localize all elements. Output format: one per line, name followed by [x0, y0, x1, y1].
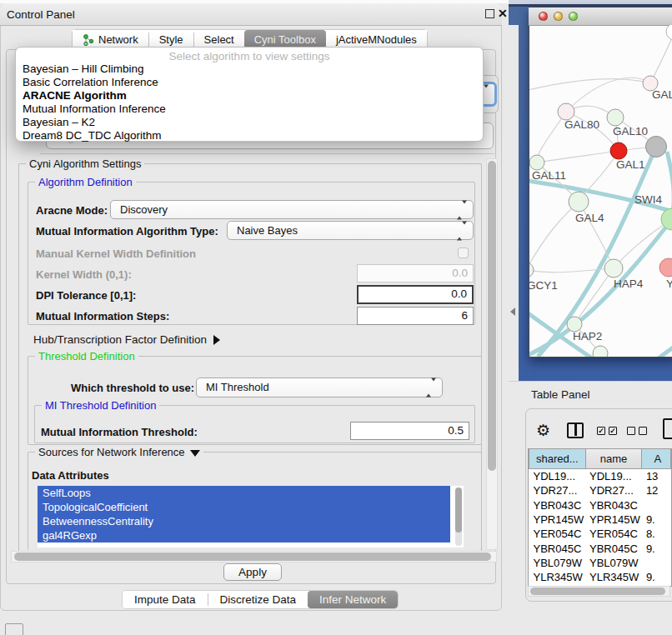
bottom-tab-infer-network[interactable]: Infer Network	[308, 591, 398, 608]
hub-definition-toggle[interactable]: Hub/Transcription Factor Definition	[33, 333, 220, 346]
divider-collapse-icon[interactable]	[510, 308, 515, 316]
aracne-mode-combo[interactable]: Discovery	[110, 200, 474, 219]
column-header-name[interactable]: name	[585, 449, 642, 469]
minimize-traffic-light[interactable]	[554, 12, 563, 21]
close-traffic-light[interactable]	[539, 12, 548, 21]
network-window-titlebar[interactable]	[529, 8, 672, 26]
network-canvas[interactable]: GAL2GAL80GAL10GAL1GAL11GAL4SWI4YHAP4GCY1…	[529, 25, 672, 357]
network-node[interactable]	[593, 346, 608, 357]
sources-title[interactable]: Sources for Network Inference	[35, 446, 203, 458]
algorithm-option[interactable]: Dream8 DC_TDC Algorithm	[16, 129, 483, 142]
table-row[interactable]: YER054CYER054C8.	[529, 527, 671, 541]
network-edge[interactable]	[537, 112, 566, 162]
network-edge[interactable]	[650, 32, 672, 83]
float-window-icon[interactable]	[485, 9, 494, 18]
document-icon[interactable]	[663, 418, 672, 439]
attribute-item[interactable]: SelfLoops	[38, 486, 450, 500]
kernel-width-field[interactable]: 0.0	[357, 264, 474, 282]
network-node-gal11[interactable]	[529, 155, 544, 170]
node-table[interactable]: shared...nameAYDL19...YDL19...13YDR27...…	[528, 448, 672, 587]
attribute-item[interactable]: BetweennessCentrality	[38, 514, 450, 528]
mi-algorithm-type-combo[interactable]: Naive Bayes	[227, 221, 474, 240]
network-node-gal4[interactable]	[569, 192, 589, 212]
stepper-icon	[457, 222, 467, 239]
bottom-tab-impute-data[interactable]: Impute Data	[123, 591, 208, 608]
table-row[interactable]: YBR043CYBR043C	[529, 498, 671, 512]
unchecked-checkbox-icon[interactable]	[639, 427, 647, 435]
network-node[interactable]	[666, 25, 672, 40]
manual-kernel-width-checkbox[interactable]	[458, 248, 469, 258]
network-node-label: GAL10	[613, 125, 648, 138]
attribute-item[interactable]: gal4RGexp	[38, 528, 450, 542]
mi-threshold-field[interactable]: 0.5	[350, 422, 469, 440]
tab-label: jActiveMNodules	[336, 33, 417, 46]
cyni-algorithm-settings-title: Cyni Algorithm Settings	[26, 158, 144, 170]
threshold-definition-title: Threshold Definition	[35, 350, 138, 362]
table-horizontal-scrollbar-thumb[interactable]	[530, 588, 665, 595]
network-node[interactable]	[646, 137, 667, 158]
network-tree-icon	[83, 34, 94, 46]
algorithm-option[interactable]: Bayesian – K2	[16, 116, 483, 129]
attributes-scrollbar[interactable]	[455, 488, 462, 546]
dpi-tolerance-label: DPI Tolerance [0,1]:	[36, 289, 136, 302]
network-node-y[interactable]	[659, 258, 672, 277]
attribute-item[interactable]: TopologicalCoefficient	[38, 500, 450, 514]
column-header-shared[interactable]: shared...	[529, 449, 586, 469]
table-cell: YBL079W	[585, 556, 642, 570]
algorithm-option[interactable]: Mutual Information Inference	[16, 102, 483, 116]
table-row[interactable]: YPR145WYPR145W9.	[529, 512, 671, 527]
algorithm-option[interactable]: Basic Correlation Inference	[16, 76, 483, 89]
algorithm-option[interactable]: Bayesian – Hill Climbing	[16, 62, 483, 76]
zoom-traffic-light[interactable]	[569, 12, 578, 21]
table-row[interactable]: YDL19...YDL19...13	[529, 469, 671, 484]
checked-checkbox-icon[interactable]: ✓	[597, 427, 605, 435]
tab-label: Cyni Toolbox	[254, 33, 316, 46]
column-header-A[interactable]: A	[642, 449, 671, 469]
network-node-gcy1[interactable]	[529, 262, 534, 278]
network-node-label: GCY1	[529, 279, 558, 292]
table-cell: 8.	[642, 527, 671, 541]
network-node-hap4[interactable]	[604, 259, 623, 278]
network-edge[interactable]	[537, 151, 619, 162]
stepper-icon	[426, 379, 436, 397]
dpi-tolerance-field[interactable]: 0.0	[357, 285, 474, 304]
gear-icon[interactable]: ⚙	[536, 421, 550, 440]
mi-steps-field[interactable]: 6	[357, 307, 474, 325]
dock-mini-button[interactable]	[5, 623, 23, 635]
kernel-width-label: Kernel Width (0,1):	[36, 268, 132, 281]
unchecked-checkbox-icon[interactable]	[627, 427, 635, 435]
network-edge[interactable]	[636, 342, 672, 357]
settings-horizontal-scrollbar-thumb[interactable]	[14, 552, 491, 561]
table-cell: 12	[642, 483, 671, 498]
network-node-label: HAP2	[573, 330, 602, 342]
table-row[interactable]: YBL079WYBL079W	[529, 556, 671, 570]
which-threshold-combo[interactable]: MI Threshold	[196, 378, 443, 398]
table-panel-title: Table Panel	[531, 388, 590, 401]
mi-algorithm-type-label: Mutual Information Algorithm Type:	[36, 225, 218, 238]
table-cell: 9.	[642, 570, 671, 584]
attributes-scrollbar-thumb[interactable]	[455, 488, 462, 532]
table-cell: YBR043C	[529, 498, 586, 512]
checked-checkbox-icon[interactable]: ✓	[609, 427, 617, 435]
column-layout-icon[interactable]	[567, 422, 584, 438]
bottom-tab-discretize-data[interactable]: Discretize Data	[208, 591, 308, 608]
data-attributes-list[interactable]: SelfLoopsTopologicalCoefficientBetweenne…	[38, 486, 464, 548]
network-node-gal10[interactable]	[607, 109, 624, 126]
table-row[interactable]: YDR27...YDR27...12	[529, 483, 671, 498]
tab-label: Select	[204, 33, 234, 46]
network-node-swi4[interactable]	[661, 208, 672, 230]
close-icon[interactable]: ✕	[498, 7, 508, 20]
settings-vertical-scrollbar-thumb[interactable]	[488, 161, 496, 471]
apply-button[interactable]: Apply	[223, 563, 282, 581]
network-node-gal1[interactable]	[610, 142, 627, 159]
network-node-label: GAL2	[652, 88, 672, 101]
table-row[interactable]: YBR045CYBR045C9.	[529, 541, 671, 555]
table-row[interactable]: YLR345WYLR345W9.	[529, 570, 671, 584]
algorithm-option[interactable]: ARACNE Algorithm	[16, 89, 483, 102]
network-node-gal80[interactable]	[558, 103, 574, 120]
network-edge[interactable]	[529, 79, 650, 92]
control-panel-titlebar[interactable]	[0, 3, 502, 26]
network-edge[interactable]	[529, 268, 614, 272]
network-edge[interactable]	[529, 202, 579, 270]
collapse-down-icon	[190, 450, 200, 457]
